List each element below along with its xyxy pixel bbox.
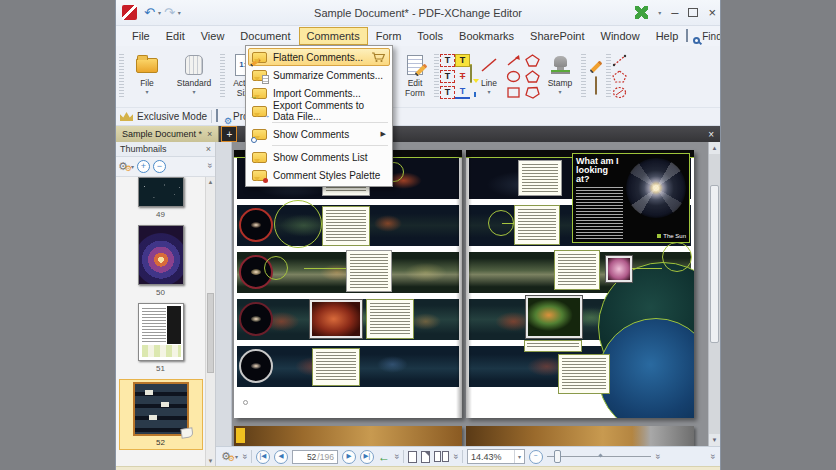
- menu-sharepoint[interactable]: SharePoint: [522, 27, 592, 45]
- standard-button[interactable]: Standard ▾: [169, 48, 219, 105]
- tab-bar-close-icon[interactable]: ×: [702, 126, 720, 142]
- zoom-level-select[interactable]: 14.43% ▾: [467, 449, 525, 464]
- redo-caret-icon[interactable]: ▾: [178, 10, 181, 16]
- thumbnail-item-51[interactable]: 51: [116, 303, 205, 379]
- maximize-button[interactable]: [688, 8, 698, 17]
- thumbnail-item-50[interactable]: 50: [116, 225, 205, 303]
- thumbnail-image-51[interactable]: [138, 303, 184, 361]
- find-button[interactable]: Find...: [702, 31, 721, 42]
- statusbar-more-chevron-icon[interactable]: »: [708, 454, 717, 459]
- undo-button[interactable]: ↶: [143, 5, 156, 20]
- zoom-slider-handle[interactable]: [554, 450, 561, 463]
- polygon-line-tool-icon[interactable]: [525, 54, 540, 67]
- close-button[interactable]: ×: [708, 6, 716, 19]
- menu-tools[interactable]: Tools: [409, 27, 451, 45]
- menu-item-summarize-comments[interactable]: Summarize Comments...: [248, 66, 390, 84]
- thumbnails-scrollbar[interactable]: ▲ ▼: [205, 177, 215, 466]
- two-page-layout-button[interactable]: [434, 451, 449, 462]
- next-page-button[interactable]: ▶: [342, 450, 356, 464]
- text-box-tool-icon[interactable]: T: [440, 70, 455, 83]
- file-button[interactable]: File ▾: [125, 48, 169, 105]
- menu-view[interactable]: View: [193, 27, 233, 45]
- panel-splitter[interactable]: [216, 142, 232, 446]
- strikeout-text-tool-icon[interactable]: T: [455, 70, 470, 83]
- menu-item-comment-styles-palette[interactable]: Comment Styles Palette: [248, 166, 390, 184]
- pencil-tool-icon[interactable]: [587, 58, 605, 74]
- line-button[interactable]: Line ▾: [472, 48, 506, 105]
- edit-form-button[interactable]: Edit Form: [397, 48, 433, 105]
- thumbnail-item-49[interactable]: 49: [116, 177, 205, 225]
- menu-item-export-comments[interactable]: → Export Comments to Data File...: [248, 102, 390, 120]
- scroll-up-icon[interactable]: ▲: [206, 177, 215, 187]
- menu-item-show-comments-list[interactable]: Show Comments List: [248, 148, 390, 166]
- new-tab-button[interactable]: +: [221, 126, 237, 142]
- thumbnails-scrollbar-thumb[interactable]: [207, 293, 214, 373]
- thumbnail-zoom-out-button[interactable]: −: [153, 160, 166, 173]
- statusbar-chevron-icon[interactable]: »: [240, 454, 249, 459]
- previous-view-button[interactable]: ←: [378, 451, 390, 463]
- menu-form[interactable]: Form: [368, 27, 410, 45]
- thumbnail-image-50[interactable]: [138, 225, 184, 285]
- highlight-text-tool-icon[interactable]: T: [455, 54, 470, 67]
- scroll-down-icon[interactable]: ▼: [709, 434, 720, 446]
- toolbar-grip[interactable]: [220, 54, 225, 99]
- ui-switch-icon[interactable]: [635, 6, 648, 19]
- toolbar-grip[interactable]: [434, 54, 439, 99]
- callout-tool-icon[interactable]: T: [440, 86, 455, 99]
- continuous-layout-button[interactable]: [421, 451, 430, 463]
- toolbar-grip[interactable]: [581, 54, 586, 99]
- ui-switch-caret-icon[interactable]: ▾: [658, 10, 661, 16]
- thumbnails-options-button[interactable]: ⚙⚙: [118, 161, 128, 172]
- menu-file[interactable]: File: [124, 27, 158, 45]
- thumbnail-selected-highlight[interactable]: 52: [119, 379, 203, 450]
- thumbnail-item-52[interactable]: 52: [116, 379, 205, 450]
- statusbar-options-button[interactable]: ⚙⚙: [221, 451, 231, 462]
- document-tab[interactable]: Sample Document * ×: [116, 126, 219, 142]
- document-scrollbar-thumb[interactable]: [710, 185, 719, 343]
- zoom-out-button[interactable]: −: [529, 450, 543, 464]
- toolbar-grip[interactable]: [119, 54, 124, 99]
- menu-item-flatten-comments[interactable]: Flatten Comments...: [248, 48, 390, 66]
- page-number-input[interactable]: 52 /196: [292, 450, 338, 464]
- last-page-button[interactable]: ▶|: [360, 450, 374, 464]
- minimize-button[interactable]: –: [671, 8, 678, 18]
- first-page-button[interactable]: |◀: [256, 450, 270, 464]
- eraser-tool-icon[interactable]: [595, 77, 597, 95]
- thumbnails-close-icon[interactable]: ×: [206, 144, 211, 154]
- thumbnails-more-chevron-icon[interactable]: »: [205, 163, 214, 170]
- stamp-button[interactable]: Stamp ▾: [540, 48, 580, 105]
- menu-bookmarks[interactable]: Bookmarks: [451, 27, 522, 45]
- scroll-down-icon[interactable]: ▼: [206, 456, 215, 466]
- thumbnail-image-49[interactable]: [138, 177, 184, 207]
- layout-chevron-icon[interactable]: »: [451, 454, 460, 459]
- previous-page-button[interactable]: ◀: [274, 450, 288, 464]
- toolbar-grip[interactable]: [606, 54, 611, 99]
- typewriter-tool-icon[interactable]: T: [440, 54, 455, 67]
- perimeter-tool-icon[interactable]: [612, 70, 627, 83]
- thumbnail-image-52[interactable]: [133, 382, 189, 436]
- oval-tool-icon[interactable]: [506, 70, 521, 83]
- exclusive-mode-button[interactable]: Exclusive Mode: [137, 111, 207, 122]
- undo-caret-icon[interactable]: ▾: [158, 10, 161, 16]
- menu-window[interactable]: Window: [593, 27, 648, 45]
- menu-help[interactable]: Help: [648, 27, 687, 45]
- menu-edit[interactable]: Edit: [158, 27, 193, 45]
- single-page-layout-button[interactable]: [408, 451, 417, 463]
- redo-button[interactable]: ↷: [163, 5, 176, 20]
- arrow-tool-icon[interactable]: [506, 54, 521, 67]
- zoom-chevron-icon[interactable]: »: [653, 454, 662, 459]
- distance-tool-icon[interactable]: [612, 54, 627, 67]
- menu-comments[interactable]: Comments: [299, 27, 368, 45]
- area-tool-icon[interactable]: [612, 86, 627, 99]
- underline-text-tool-icon[interactable]: T: [455, 86, 470, 99]
- tab-close-icon[interactable]: ×: [207, 129, 212, 139]
- pentagon-tool-icon[interactable]: [525, 70, 540, 83]
- document-scrollbar[interactable]: ▲ ▼: [708, 142, 720, 446]
- statusbar-options-caret-icon[interactable]: ▾: [235, 454, 238, 460]
- menu-item-show-comments[interactable]: Show Comments ▶: [248, 125, 390, 143]
- thumbnail-zoom-in-button[interactable]: +: [137, 160, 150, 173]
- view-history-chevron-icon[interactable]: »: [392, 454, 401, 459]
- polygon-tool-icon[interactable]: [525, 86, 540, 99]
- zoom-slider[interactable]: [547, 456, 651, 457]
- rectangle-tool-icon[interactable]: [506, 86, 521, 99]
